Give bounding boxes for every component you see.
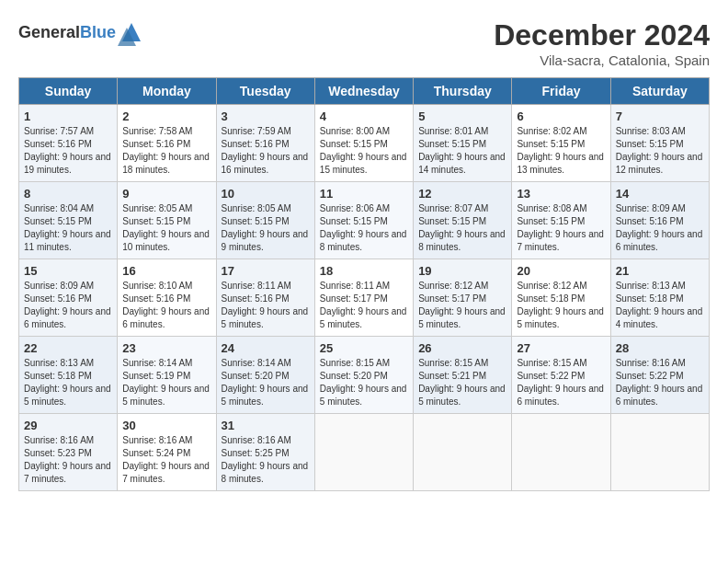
- day-cell: 6 Sunrise: 8:02 AM Sunset: 5:15 PM Dayli…: [512, 105, 610, 182]
- day-sunrise: Sunrise: 8:16 AM: [222, 435, 291, 445]
- day-number: 19: [418, 264, 506, 278]
- week-row-3: 15 Sunrise: 8:09 AM Sunset: 5:16 PM Dayl…: [19, 259, 710, 337]
- day-sunrise: Sunrise: 8:03 AM: [616, 126, 686, 136]
- empty-cell: [414, 414, 512, 491]
- day-sunset: Sunset: 5:22 PM: [616, 371, 684, 381]
- day-cell: 18 Sunrise: 8:11 AM Sunset: 5:17 PM Dayl…: [314, 259, 413, 337]
- day-header-monday: Monday: [118, 78, 216, 105]
- day-sunset: Sunset: 5:20 PM: [222, 371, 290, 381]
- calendar-table: SundayMondayTuesdayWednesdayThursdayFrid…: [18, 77, 710, 491]
- day-sunset: Sunset: 5:16 PM: [24, 139, 92, 149]
- day-daylight: Daylight: 9 hours and 14 minutes.: [418, 152, 506, 175]
- day-sunset: Sunset: 5:16 PM: [122, 139, 190, 149]
- empty-cell: [314, 414, 413, 491]
- day-sunset: Sunset: 5:16 PM: [222, 139, 290, 149]
- day-number: 3: [222, 109, 310, 123]
- day-sunset: Sunset: 5:21 PM: [418, 371, 486, 381]
- day-daylight: Daylight: 9 hours and 9 minutes.: [222, 229, 309, 252]
- day-cell: 17 Sunrise: 8:11 AM Sunset: 5:16 PM Dayl…: [216, 259, 314, 337]
- day-daylight: Daylight: 9 hours and 5 minutes.: [222, 384, 309, 407]
- day-cell: 4 Sunrise: 8:00 AM Sunset: 5:15 PM Dayli…: [314, 105, 413, 182]
- day-sunset: Sunset: 5:15 PM: [517, 216, 585, 226]
- day-sunset: Sunset: 5:25 PM: [222, 448, 290, 458]
- day-sunset: Sunset: 5:15 PM: [24, 216, 92, 226]
- day-sunrise: Sunrise: 8:06 AM: [320, 203, 390, 213]
- day-daylight: Daylight: 9 hours and 5 minutes.: [418, 306, 506, 329]
- day-sunrise: Sunrise: 8:13 AM: [616, 281, 686, 291]
- day-cell: 31 Sunrise: 8:16 AM Sunset: 5:25 PM Dayl…: [216, 414, 314, 491]
- day-daylight: Daylight: 9 hours and 5 minutes.: [418, 384, 506, 407]
- location-title: Vila-sacra, Catalonia, Spain: [494, 52, 710, 68]
- days-header-row: SundayMondayTuesdayWednesdayThursdayFrid…: [19, 78, 710, 105]
- day-cell: 30 Sunrise: 8:16 AM Sunset: 5:24 PM Dayl…: [118, 414, 216, 491]
- day-daylight: Daylight: 9 hours and 6 minutes.: [122, 306, 210, 329]
- day-sunrise: Sunrise: 8:11 AM: [222, 281, 291, 291]
- day-number: 9: [122, 187, 210, 201]
- day-number: 12: [418, 187, 506, 201]
- day-sunrise: Sunrise: 8:04 AM: [24, 203, 94, 213]
- week-row-5: 29 Sunrise: 8:16 AM Sunset: 5:23 PM Dayl…: [19, 414, 710, 491]
- day-cell: 21 Sunrise: 8:13 AM Sunset: 5:18 PM Dayl…: [610, 259, 709, 337]
- day-daylight: Daylight: 9 hours and 7 minutes.: [122, 461, 210, 484]
- logo: GeneralBlue: [18, 18, 145, 46]
- day-number: 24: [222, 341, 310, 355]
- day-daylight: Daylight: 9 hours and 11 minutes.: [24, 229, 111, 252]
- week-row-4: 22 Sunrise: 8:13 AM Sunset: 5:18 PM Dayl…: [19, 337, 710, 414]
- day-sunset: Sunset: 5:16 PM: [24, 293, 92, 304]
- day-number: 4: [320, 109, 408, 123]
- day-sunrise: Sunrise: 8:16 AM: [24, 435, 94, 445]
- day-number: 27: [517, 341, 605, 355]
- day-daylight: Daylight: 9 hours and 7 minutes.: [24, 461, 111, 484]
- day-daylight: Daylight: 9 hours and 5 minutes.: [320, 384, 407, 407]
- day-daylight: Daylight: 9 hours and 5 minutes.: [24, 384, 111, 407]
- day-cell: 16 Sunrise: 8:10 AM Sunset: 5:16 PM Dayl…: [118, 259, 216, 337]
- day-sunset: Sunset: 5:15 PM: [517, 139, 585, 149]
- day-daylight: Daylight: 9 hours and 5 minutes.: [222, 306, 309, 329]
- day-cell: 22 Sunrise: 8:13 AM Sunset: 5:18 PM Dayl…: [19, 337, 118, 414]
- day-sunset: Sunset: 5:18 PM: [616, 293, 684, 304]
- title-area: December 2024 Vila-sacra, Catalonia, Spa…: [494, 18, 710, 68]
- day-daylight: Daylight: 9 hours and 10 minutes.: [122, 229, 210, 252]
- logo-icon: [118, 18, 145, 46]
- day-number: 18: [320, 264, 408, 278]
- day-sunset: Sunset: 5:16 PM: [122, 293, 190, 304]
- day-sunrise: Sunrise: 8:15 AM: [418, 358, 488, 368]
- day-sunset: Sunset: 5:23 PM: [24, 448, 92, 458]
- day-sunrise: Sunrise: 8:12 AM: [517, 281, 586, 291]
- day-cell: 26 Sunrise: 8:15 AM Sunset: 5:21 PM Dayl…: [414, 337, 512, 414]
- day-daylight: Daylight: 9 hours and 18 minutes.: [122, 152, 210, 175]
- day-sunset: Sunset: 5:16 PM: [222, 293, 290, 304]
- day-cell: 19 Sunrise: 8:12 AM Sunset: 5:17 PM Dayl…: [414, 259, 512, 337]
- day-number: 14: [616, 187, 704, 201]
- day-number: 29: [24, 419, 112, 432]
- day-daylight: Daylight: 9 hours and 13 minutes.: [517, 152, 604, 175]
- day-sunrise: Sunrise: 8:15 AM: [517, 358, 586, 368]
- day-daylight: Daylight: 9 hours and 6 minutes.: [616, 384, 703, 407]
- day-cell: 25 Sunrise: 8:15 AM Sunset: 5:20 PM Dayl…: [314, 337, 413, 414]
- day-cell: 3 Sunrise: 7:59 AM Sunset: 5:16 PM Dayli…: [216, 105, 314, 182]
- day-header-friday: Friday: [512, 78, 610, 105]
- day-daylight: Daylight: 9 hours and 15 minutes.: [320, 152, 407, 175]
- day-sunrise: Sunrise: 8:09 AM: [616, 203, 686, 213]
- day-sunset: Sunset: 5:17 PM: [418, 293, 486, 304]
- day-sunset: Sunset: 5:16 PM: [616, 216, 684, 226]
- day-header-tuesday: Tuesday: [216, 78, 314, 105]
- day-header-thursday: Thursday: [414, 78, 512, 105]
- day-sunrise: Sunrise: 8:13 AM: [24, 358, 94, 368]
- day-sunrise: Sunrise: 8:14 AM: [222, 358, 291, 368]
- day-sunrise: Sunrise: 8:10 AM: [122, 281, 192, 291]
- day-number: 13: [517, 187, 605, 201]
- day-sunrise: Sunrise: 8:05 AM: [222, 203, 291, 213]
- day-number: 30: [122, 419, 210, 432]
- day-sunrise: Sunrise: 8:05 AM: [122, 203, 192, 213]
- day-sunset: Sunset: 5:20 PM: [320, 371, 388, 381]
- day-cell: 5 Sunrise: 8:01 AM Sunset: 5:15 PM Dayli…: [414, 105, 512, 182]
- day-daylight: Daylight: 9 hours and 4 minutes.: [616, 306, 703, 329]
- day-sunrise: Sunrise: 8:00 AM: [320, 126, 390, 136]
- day-sunset: Sunset: 5:15 PM: [616, 139, 684, 149]
- day-number: 8: [24, 187, 112, 201]
- day-sunset: Sunset: 5:15 PM: [222, 216, 290, 226]
- day-daylight: Daylight: 9 hours and 6 minutes.: [517, 384, 604, 407]
- day-sunset: Sunset: 5:15 PM: [320, 139, 388, 149]
- day-cell: 9 Sunrise: 8:05 AM Sunset: 5:15 PM Dayli…: [118, 182, 216, 259]
